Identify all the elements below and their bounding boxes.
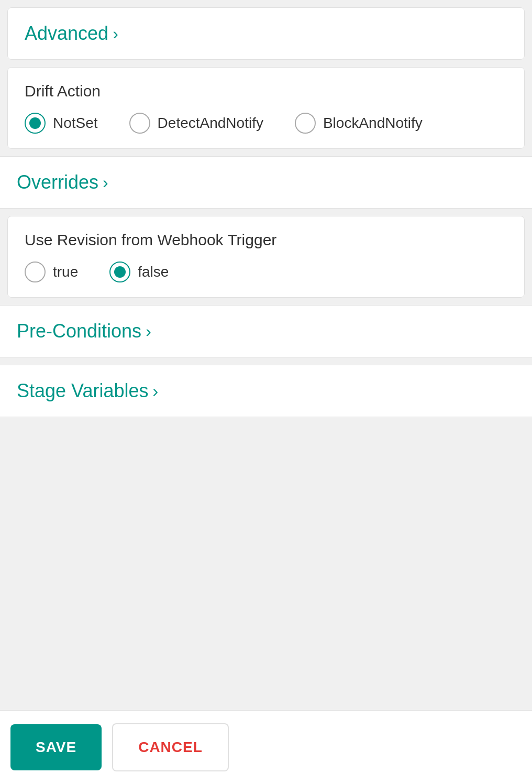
webhook-trigger-radio-group: true false xyxy=(25,262,507,282)
drift-action-option-not-set[interactable]: NotSet xyxy=(25,113,98,134)
overrides-link[interactable]: Overrides › xyxy=(17,171,515,193)
advanced-card: Advanced › xyxy=(7,7,525,60)
advanced-label: Advanced xyxy=(25,23,108,45)
pre-conditions-link[interactable]: Pre-Conditions › xyxy=(17,320,515,342)
radio-circle-true xyxy=(25,262,46,282)
radio-circle-detect-and-notify xyxy=(129,113,150,134)
drift-action-title: Drift Action xyxy=(25,82,507,100)
overrides-chevron-icon: › xyxy=(103,173,108,192)
radio-label-true: true xyxy=(53,264,78,280)
webhook-trigger-card: Use Revision from Webhook Trigger true f… xyxy=(7,216,525,298)
radio-circle-not-set xyxy=(25,113,46,134)
pre-conditions-card: Pre-Conditions › xyxy=(0,305,532,357)
drift-action-radio-group: NotSet DetectAndNotify BlockAndNotify xyxy=(25,113,507,134)
webhook-trigger-option-false[interactable]: false xyxy=(109,262,169,282)
stage-variables-chevron-icon: › xyxy=(153,382,159,401)
overrides-card: Overrides › xyxy=(0,156,532,209)
radio-inner-false xyxy=(114,266,126,278)
webhook-trigger-title: Use Revision from Webhook Trigger xyxy=(25,231,507,249)
page-container: Advanced › Drift Action NotSet DetectAnd… xyxy=(0,0,532,784)
stage-variables-link[interactable]: Stage Variables › xyxy=(17,380,515,402)
radio-label-not-set: NotSet xyxy=(53,115,98,132)
cancel-button[interactable]: CANCEL xyxy=(112,723,229,771)
drift-action-option-block-and-notify[interactable]: BlockAndNotify xyxy=(295,113,423,134)
radio-circle-block-and-notify xyxy=(295,113,316,134)
radio-label-block-and-notify: BlockAndNotify xyxy=(323,115,423,132)
radio-circle-false xyxy=(109,262,130,282)
drift-action-option-detect-and-notify[interactable]: DetectAndNotify xyxy=(129,113,263,134)
save-button[interactable]: SAVE xyxy=(10,724,102,770)
pre-conditions-chevron-icon: › xyxy=(146,322,151,341)
pre-conditions-label: Pre-Conditions xyxy=(17,320,141,342)
stage-variables-card: Stage Variables › xyxy=(0,365,532,417)
radio-inner-not-set xyxy=(29,117,41,129)
bottom-action-bar: SAVE CANCEL xyxy=(0,710,532,784)
drift-action-card: Drift Action NotSet DetectAndNotify Bloc… xyxy=(7,67,525,149)
overrides-label: Overrides xyxy=(17,171,98,193)
radio-label-false: false xyxy=(138,264,169,280)
advanced-chevron-icon: › xyxy=(113,24,118,43)
advanced-link[interactable]: Advanced › xyxy=(25,23,507,45)
stage-variables-label: Stage Variables xyxy=(17,380,149,402)
radio-label-detect-and-notify: DetectAndNotify xyxy=(158,115,263,132)
webhook-trigger-option-true[interactable]: true xyxy=(25,262,78,282)
